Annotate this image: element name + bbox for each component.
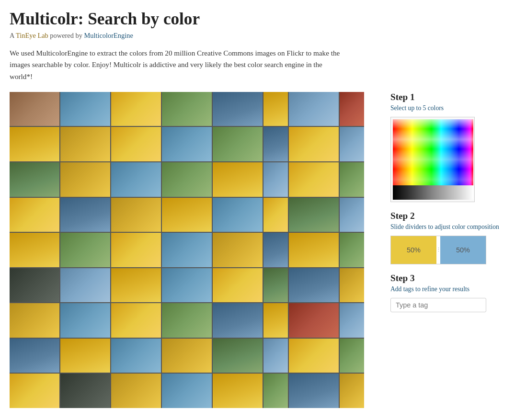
step2-sub: Slide dividers to adjust color compositi… <box>390 223 505 231</box>
mosaic-cell <box>289 303 339 338</box>
mosaic-cell <box>340 162 364 197</box>
mosaic-cell <box>263 92 288 126</box>
mosaic-cell <box>162 339 212 373</box>
mosaic-cell <box>60 374 110 408</box>
mosaic-cell <box>213 233 263 267</box>
mosaic-cell <box>60 233 110 267</box>
engine-link[interactable]: MulticolorEngine <box>84 32 133 39</box>
mosaic-cell <box>263 127 288 161</box>
step1-sub: Select up to 5 colors <box>390 104 505 112</box>
description-text: We used MulticolorEngine to extract the … <box>10 47 345 82</box>
mosaic-cell <box>162 92 212 126</box>
tag-input[interactable] <box>390 298 486 312</box>
mosaic-cell <box>111 339 161 373</box>
mosaic-cell <box>111 303 161 338</box>
mosaic-cell <box>10 162 59 197</box>
step2-section: Step 2 Slide dividers to adjust color co… <box>390 211 505 264</box>
mosaic-cell <box>340 198 364 232</box>
color-segment-blue[interactable]: 50% <box>440 236 486 264</box>
sidebar: Step 1 Select up to 5 colors Step 2 Slid… <box>390 92 505 312</box>
mosaic-cell <box>263 268 288 303</box>
main-layout: Step 1 Select up to 5 colors Step 2 Slid… <box>10 92 505 408</box>
mosaic-cell <box>10 339 59 373</box>
mosaic-cell <box>111 233 161 267</box>
color-picker[interactable] <box>393 119 473 200</box>
mosaic-cell <box>60 92 110 126</box>
mosaic-cell <box>289 127 339 161</box>
step3-heading: Step 3 <box>390 273 505 284</box>
mosaic-cell <box>10 198 59 232</box>
step3-sub: Add tags to refine your results <box>390 285 505 293</box>
mosaic-cell <box>289 374 339 408</box>
mosaic-cell <box>162 268 212 303</box>
photo-mosaic <box>10 92 364 408</box>
mosaic-cell <box>263 303 288 338</box>
mosaic-cell <box>162 374 212 408</box>
mosaic-cell <box>162 303 212 338</box>
step1-heading: Step 1 <box>390 92 505 102</box>
step2-heading: Step 2 <box>390 211 505 221</box>
step3-section: Step 3 Add tags to refine your results <box>390 273 505 312</box>
mosaic-cell <box>340 303 364 338</box>
mosaic-cell <box>10 303 59 338</box>
mosaic-cell <box>340 374 364 408</box>
step1-section: Step 1 Select up to 5 colors <box>390 92 505 202</box>
mosaic-cell <box>340 268 364 303</box>
mosaic-cell <box>263 198 288 232</box>
mosaic-cell <box>60 198 110 232</box>
mosaic-cell <box>213 339 263 373</box>
divider-handle[interactable]: ⋮ <box>436 236 440 264</box>
mosaic-cell <box>162 198 212 232</box>
mosaic-cell <box>289 162 339 197</box>
mosaic-cell <box>60 127 110 161</box>
mosaic-cell <box>10 374 59 408</box>
mosaic-cell <box>10 268 59 303</box>
mosaic-cell <box>289 233 339 267</box>
mosaic-cell <box>213 162 263 197</box>
mosaic-cell <box>263 374 288 408</box>
image-grid-container <box>10 92 376 408</box>
mosaic-cell <box>162 162 212 197</box>
mosaic-cell <box>213 127 263 161</box>
mosaic-cell <box>263 339 288 373</box>
mosaic-cell <box>111 92 161 126</box>
mosaic-cell <box>60 268 110 303</box>
mosaic-cell <box>263 162 288 197</box>
page-title: Multicolr: Search by color <box>10 10 505 29</box>
mosaic-cell <box>10 92 59 126</box>
mosaic-cell <box>213 374 263 408</box>
mosaic-cell <box>289 268 339 303</box>
tineye-link[interactable]: TinEye Lab <box>16 32 48 39</box>
mosaic-cell <box>340 339 364 373</box>
color-picker-wrapper[interactable] <box>390 117 475 202</box>
subtitle: A TinEye Lab powered by MulticolorEngine <box>10 32 505 40</box>
mosaic-cell <box>111 127 161 161</box>
mosaic-cell <box>111 268 161 303</box>
mosaic-cell <box>162 127 212 161</box>
mosaic-cell <box>213 198 263 232</box>
divider-bar[interactable]: 50% ⋮ 50% <box>390 236 486 264</box>
mosaic-cell <box>60 339 110 373</box>
mosaic-cell <box>111 198 161 232</box>
mosaic-cell <box>340 92 364 126</box>
mosaic-cell <box>340 127 364 161</box>
color-segment-yellow[interactable]: 50% <box>391 236 436 264</box>
mosaic-cell <box>213 92 263 126</box>
mosaic-cell <box>10 233 59 267</box>
mosaic-cell <box>60 162 110 197</box>
mosaic-cell <box>289 339 339 373</box>
mosaic-cell <box>111 162 161 197</box>
mosaic-cell <box>162 233 212 267</box>
mosaic-cell <box>111 374 161 408</box>
mosaic-cell <box>213 268 263 303</box>
mosaic-cell <box>213 303 263 338</box>
mosaic-cell <box>263 233 288 267</box>
mosaic-cell <box>289 92 339 126</box>
mosaic-cell <box>10 127 59 161</box>
mosaic-cell <box>289 198 339 232</box>
mosaic-cell <box>60 303 110 338</box>
mosaic-cell <box>340 233 364 267</box>
